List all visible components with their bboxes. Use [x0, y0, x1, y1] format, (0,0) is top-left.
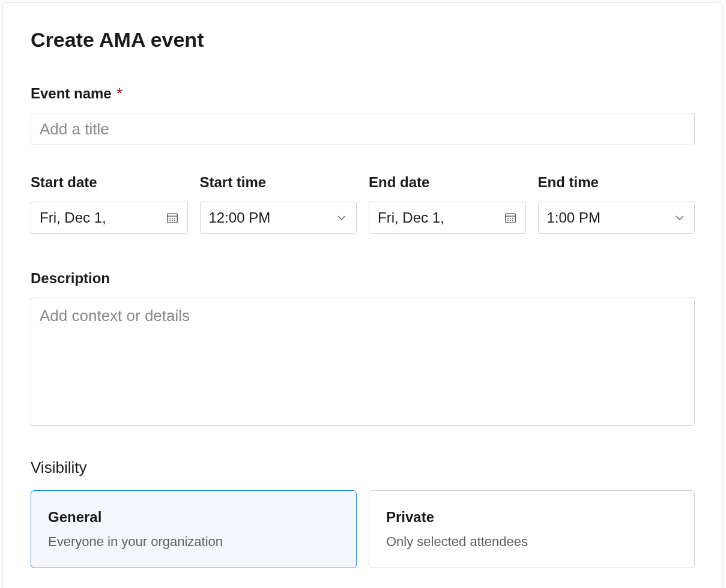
- create-ama-event-form: Create AMA event Event name * Start date…: [2, 2, 723, 588]
- end-date-label: End date: [369, 174, 526, 191]
- svg-point-13: [507, 220, 509, 221]
- svg-point-15: [512, 220, 513, 221]
- chevron-down-icon: [674, 212, 686, 224]
- svg-point-10: [507, 218, 509, 219]
- svg-point-3: [172, 218, 173, 219]
- end-time-label: End time: [538, 174, 695, 191]
- end-time-field: End time 1:00 PM: [538, 174, 695, 234]
- svg-point-5: [169, 220, 171, 221]
- required-indicator: *: [116, 85, 122, 101]
- visibility-option-general[interactable]: General Everyone in your organization: [31, 490, 357, 568]
- start-time-value: 12:00 PM: [209, 209, 336, 226]
- visibility-options: General Everyone in your organization Pr…: [31, 490, 695, 568]
- end-time-value: 1:00 PM: [547, 209, 674, 226]
- svg-point-2: [169, 218, 171, 219]
- visibility-field: Visibility General Everyone in your orga…: [31, 458, 695, 568]
- start-date-field: Start date Fri, Dec 1,: [31, 174, 188, 234]
- svg-point-4: [174, 218, 175, 219]
- start-date-input[interactable]: Fri, Dec 1,: [31, 202, 188, 234]
- svg-point-12: [512, 218, 513, 219]
- calendar-icon: [504, 211, 517, 224]
- svg-point-7: [174, 220, 175, 221]
- start-date-label: Start date: [31, 174, 188, 191]
- start-time-label: Start time: [200, 174, 357, 191]
- start-time-input[interactable]: 12:00 PM: [200, 202, 357, 234]
- visibility-option-subtitle: Only selected attendees: [386, 534, 677, 550]
- event-name-label-text: Event name: [31, 85, 112, 101]
- datetime-row: Start date Fri, Dec 1,: [31, 174, 695, 234]
- event-name-label: Event name *: [31, 85, 695, 102]
- event-name-input[interactable]: [31, 113, 695, 145]
- visibility-option-subtitle: Everyone in your organization: [48, 534, 339, 550]
- svg-point-11: [510, 218, 511, 219]
- visibility-option-private[interactable]: Private Only selected attendees: [369, 490, 695, 568]
- start-time-field: Start time 12:00 PM: [200, 174, 357, 234]
- svg-point-6: [172, 220, 173, 221]
- end-date-value: Fri, Dec 1,: [378, 209, 504, 226]
- visibility-option-title: Private: [386, 509, 677, 526]
- end-time-input[interactable]: 1:00 PM: [538, 202, 695, 234]
- description-field: Description: [31, 270, 695, 428]
- description-label: Description: [31, 270, 695, 287]
- event-name-field: Event name *: [31, 85, 695, 145]
- calendar-icon: [166, 211, 179, 224]
- visibility-label: Visibility: [31, 458, 695, 477]
- start-date-value: Fri, Dec 1,: [40, 209, 166, 226]
- end-date-input[interactable]: Fri, Dec 1,: [369, 202, 526, 234]
- visibility-option-title: General: [48, 509, 339, 526]
- svg-point-14: [510, 220, 511, 221]
- page-title: Create AMA event: [31, 28, 695, 52]
- description-input[interactable]: [31, 298, 695, 426]
- chevron-down-icon: [336, 212, 348, 224]
- end-date-field: End date Fri, Dec 1,: [369, 174, 526, 234]
